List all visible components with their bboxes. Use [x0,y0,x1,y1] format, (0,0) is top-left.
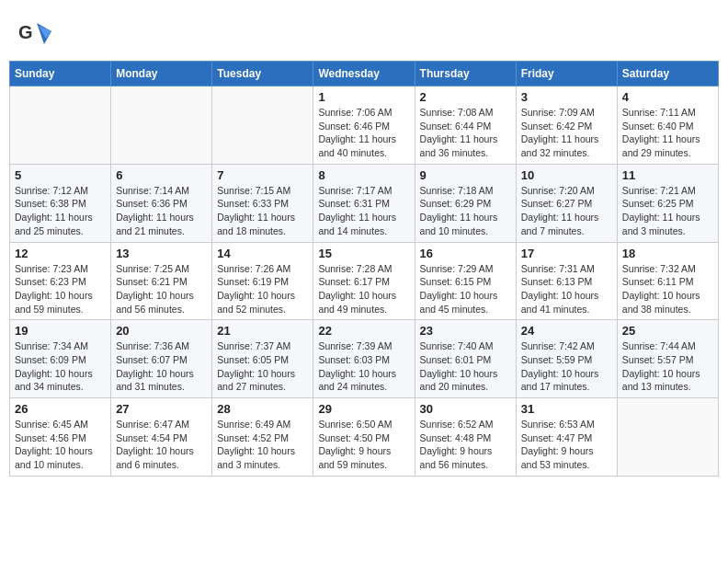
calendar-week-row: 5Sunrise: 7:12 AM Sunset: 6:38 PM Daylig… [10,164,719,242]
calendar-cell: 4Sunrise: 7:11 AM Sunset: 6:40 PM Daylig… [617,86,718,165]
day-header-thursday: Thursday [415,62,516,86]
day-info: Sunrise: 7:18 AM Sunset: 6:29 PM Dayligh… [420,184,511,238]
day-info: Sunrise: 7:39 AM Sunset: 6:03 PM Dayligh… [318,339,409,394]
calendar-cell: 25Sunrise: 7:44 AM Sunset: 5:57 PM Dayli… [617,320,718,398]
calendar-header-row: SundayMondayTuesdayWednesdayThursdayFrid… [10,62,719,86]
day-header-friday: Friday [516,62,617,86]
day-info: Sunrise: 7:11 AM Sunset: 6:40 PM Dayligh… [622,106,713,160]
day-number: 19 [15,324,106,338]
calendar-cell [212,86,313,165]
day-info: Sunrise: 7:15 AM Sunset: 6:33 PM Dayligh… [217,184,308,238]
svg-text:G: G [18,22,33,42]
day-info: Sunrise: 7:37 AM Sunset: 6:05 PM Dayligh… [217,339,308,394]
calendar-cell: 29Sunrise: 6:50 AM Sunset: 4:50 PM Dayli… [313,398,415,477]
day-info: Sunrise: 7:09 AM Sunset: 6:42 PM Dayligh… [521,106,612,160]
day-info: Sunrise: 6:53 AM Sunset: 4:47 PM Dayligh… [521,418,612,472]
calendar-cell: 14Sunrise: 7:26 AM Sunset: 6:19 PM Dayli… [212,242,313,320]
calendar-cell: 6Sunrise: 7:14 AM Sunset: 6:36 PM Daylig… [111,164,212,242]
calendar-cell: 11Sunrise: 7:21 AM Sunset: 6:25 PM Dayli… [617,164,718,242]
day-number: 4 [622,90,713,104]
day-number: 25 [622,324,713,338]
calendar-cell: 2Sunrise: 7:08 AM Sunset: 6:44 PM Daylig… [415,86,516,165]
day-info: Sunrise: 7:26 AM Sunset: 6:19 PM Dayligh… [217,262,308,316]
day-info: Sunrise: 7:28 AM Sunset: 6:17 PM Dayligh… [318,262,409,316]
day-number: 11 [622,168,713,182]
day-info: Sunrise: 7:06 AM Sunset: 6:46 PM Dayligh… [318,106,409,160]
day-number: 12 [15,247,106,260]
calendar-week-row: 12Sunrise: 7:23 AM Sunset: 6:23 PM Dayli… [10,242,719,320]
day-number: 21 [217,324,308,338]
day-header-tuesday: Tuesday [212,62,313,86]
day-number: 18 [622,247,713,260]
day-header-sunday: Sunday [10,62,111,86]
day-number: 26 [15,402,106,416]
calendar-cell: 17Sunrise: 7:31 AM Sunset: 6:13 PM Dayli… [516,242,617,320]
day-number: 9 [420,168,511,182]
day-info: Sunrise: 7:12 AM Sunset: 6:38 PM Dayligh… [15,184,106,238]
day-number: 27 [116,402,207,416]
day-number: 20 [116,324,207,338]
day-info: Sunrise: 7:08 AM Sunset: 6:44 PM Dayligh… [420,106,511,160]
day-info: Sunrise: 7:32 AM Sunset: 6:11 PM Dayligh… [622,262,713,316]
day-number: 15 [318,247,409,260]
day-info: Sunrise: 6:45 AM Sunset: 4:56 PM Dayligh… [15,418,106,472]
day-info: Sunrise: 7:20 AM Sunset: 6:27 PM Dayligh… [521,184,612,238]
day-number: 7 [217,168,308,182]
calendar-cell: 31Sunrise: 6:53 AM Sunset: 4:47 PM Dayli… [516,398,617,477]
calendar-week-row: 26Sunrise: 6:45 AM Sunset: 4:56 PM Dayli… [10,398,719,477]
calendar-cell: 30Sunrise: 6:52 AM Sunset: 4:48 PM Dayli… [415,398,516,477]
day-header-saturday: Saturday [617,62,718,86]
calendar-cell: 12Sunrise: 7:23 AM Sunset: 6:23 PM Dayli… [10,242,111,320]
calendar-cell: 10Sunrise: 7:20 AM Sunset: 6:27 PM Dayli… [516,164,617,242]
day-number: 28 [217,402,308,416]
logo-icon: G [18,18,51,52]
day-info: Sunrise: 7:36 AM Sunset: 6:07 PM Dayligh… [116,339,207,394]
day-info: Sunrise: 7:42 AM Sunset: 5:59 PM Dayligh… [521,339,612,394]
day-info: Sunrise: 6:50 AM Sunset: 4:50 PM Dayligh… [318,418,409,472]
day-info: Sunrise: 7:25 AM Sunset: 6:21 PM Dayligh… [116,262,207,316]
day-info: Sunrise: 7:34 AM Sunset: 6:09 PM Dayligh… [15,339,106,394]
day-number: 6 [116,168,207,182]
calendar-cell: 15Sunrise: 7:28 AM Sunset: 6:17 PM Dayli… [313,242,415,320]
calendar-week-row: 19Sunrise: 7:34 AM Sunset: 6:09 PM Dayli… [10,320,719,398]
day-number: 29 [318,402,409,416]
calendar-cell: 7Sunrise: 7:15 AM Sunset: 6:33 PM Daylig… [212,164,313,242]
calendar-cell: 8Sunrise: 7:17 AM Sunset: 6:31 PM Daylig… [313,164,415,242]
day-info: Sunrise: 6:52 AM Sunset: 4:48 PM Dayligh… [420,418,511,472]
calendar-cell: 23Sunrise: 7:40 AM Sunset: 6:01 PM Dayli… [415,320,516,398]
day-number: 14 [217,247,308,260]
calendar-cell: 13Sunrise: 7:25 AM Sunset: 6:21 PM Dayli… [111,242,212,320]
day-number: 23 [420,324,511,338]
day-info: Sunrise: 7:14 AM Sunset: 6:36 PM Dayligh… [116,184,207,238]
calendar-cell: 9Sunrise: 7:18 AM Sunset: 6:29 PM Daylig… [415,164,516,242]
day-number: 17 [521,247,612,260]
day-header-wednesday: Wednesday [313,62,415,86]
day-number: 2 [420,90,511,104]
logo: G [18,18,53,52]
calendar-cell: 28Sunrise: 6:49 AM Sunset: 4:52 PM Dayli… [212,398,313,477]
day-number: 3 [521,90,612,104]
day-info: Sunrise: 7:23 AM Sunset: 6:23 PM Dayligh… [15,262,106,316]
day-number: 30 [420,402,511,416]
day-number: 22 [318,324,409,338]
day-info: Sunrise: 7:40 AM Sunset: 6:01 PM Dayligh… [420,339,511,394]
calendar-cell [10,86,111,165]
calendar-week-row: 1Sunrise: 7:06 AM Sunset: 6:46 PM Daylig… [10,86,719,165]
day-info: Sunrise: 6:49 AM Sunset: 4:52 PM Dayligh… [217,418,308,472]
calendar-cell: 18Sunrise: 7:32 AM Sunset: 6:11 PM Dayli… [617,242,718,320]
day-info: Sunrise: 7:44 AM Sunset: 5:57 PM Dayligh… [622,339,713,394]
calendar-cell: 1Sunrise: 7:06 AM Sunset: 6:46 PM Daylig… [313,86,415,165]
calendar-cell: 19Sunrise: 7:34 AM Sunset: 6:09 PM Dayli… [10,320,111,398]
calendar-cell [617,398,718,477]
day-number: 24 [521,324,612,338]
day-info: Sunrise: 7:29 AM Sunset: 6:15 PM Dayligh… [420,262,511,316]
day-number: 16 [420,247,511,260]
day-info: Sunrise: 6:47 AM Sunset: 4:54 PM Dayligh… [116,418,207,472]
calendar-cell: 21Sunrise: 7:37 AM Sunset: 6:05 PM Dayli… [212,320,313,398]
day-number: 31 [521,402,612,416]
calendar-cell: 3Sunrise: 7:09 AM Sunset: 6:42 PM Daylig… [516,86,617,165]
day-header-monday: Monday [111,62,212,86]
day-number: 5 [15,168,106,182]
calendar-cell: 5Sunrise: 7:12 AM Sunset: 6:38 PM Daylig… [10,164,111,242]
calendar-cell: 27Sunrise: 6:47 AM Sunset: 4:54 PM Dayli… [111,398,212,477]
